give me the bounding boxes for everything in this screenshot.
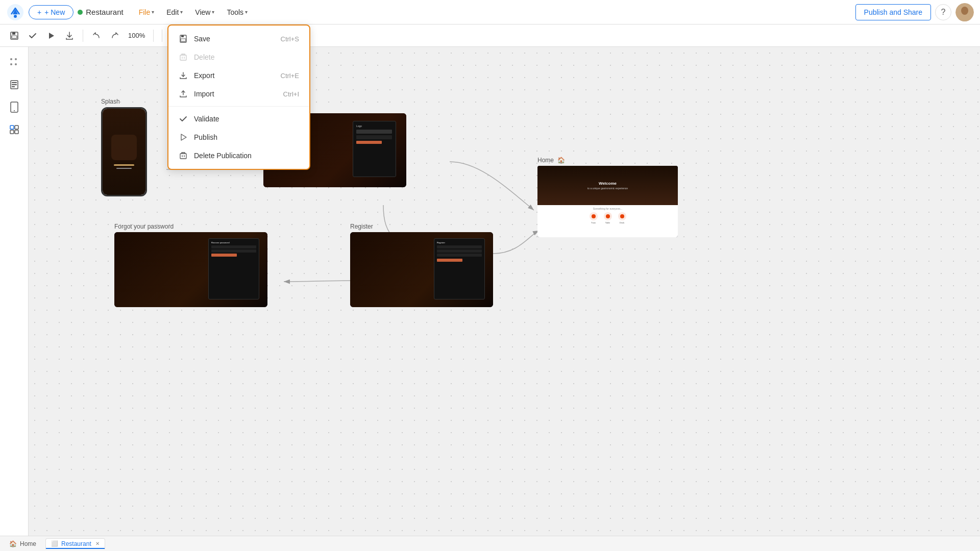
grid-panel-button[interactable] — [5, 53, 23, 71]
svg-rect-14 — [10, 126, 14, 129]
frame-splash[interactable]: Splash — [101, 98, 147, 196]
svg-rect-11 — [12, 86, 15, 87]
tab-restaurant[interactable]: ⬜ Restaurant ✕ — [45, 538, 105, 549]
svg-rect-21 — [181, 39, 186, 41]
svg-rect-7 — [12, 36, 17, 38]
nav-tools[interactable]: Tools ▾ — [222, 5, 253, 19]
new-label: + New — [44, 8, 65, 16]
menu-delete-publication[interactable]: Delete Publication — [168, 146, 309, 165]
export-icon — [179, 71, 188, 80]
project-name: Restaurant — [78, 8, 123, 16]
svg-rect-22 — [180, 55, 186, 60]
svg-rect-16 — [10, 130, 14, 134]
menu-import[interactable]: Import Ctrl+I — [168, 85, 309, 103]
mobile-panel-button[interactable] — [5, 98, 23, 116]
home-tab-label: Home — [20, 540, 36, 547]
svg-rect-10 — [12, 84, 17, 85]
tab-active-indicator — [46, 548, 105, 549]
plus-icon: + — [37, 8, 41, 16]
svg-point-1 — [14, 15, 17, 18]
svg-rect-6 — [12, 32, 15, 35]
avatar[interactable] — [955, 3, 974, 21]
frame-register-label: Register — [350, 223, 493, 230]
app-logo[interactable] — [6, 3, 24, 21]
menu-divider-1 — [168, 106, 309, 107]
components-panel-button[interactable] — [5, 120, 23, 139]
frame-forgot-label: Forgot your password — [114, 223, 267, 230]
save-label: Save — [194, 35, 210, 43]
save-icon — [179, 34, 188, 43]
check-tool-button[interactable] — [24, 28, 41, 44]
delete-publication-label: Delete Publication — [194, 152, 252, 160]
export-label: Export — [194, 71, 214, 80]
restaurant-tab-label: Restaurant — [61, 540, 91, 547]
menu-delete: Delete — [168, 48, 309, 66]
file-dropdown-menu: Save Ctrl+S Delete Export Ctrl+E — [167, 24, 310, 170]
topbar: + + New Restaurant File ▾ Edit ▾ View ▾ … — [0, 0, 980, 24]
tab-home[interactable]: 🏠 Home — [4, 539, 41, 549]
svg-rect-25 — [180, 154, 186, 159]
svg-rect-20 — [181, 35, 184, 37]
publish-share-button[interactable]: Publish and Share — [855, 4, 931, 20]
chevron-down-icon: ▾ — [212, 9, 214, 15]
home-icon: 🏠 — [557, 157, 565, 164]
svg-rect-9 — [12, 82, 17, 83]
svg-rect-15 — [15, 126, 18, 129]
import-shortcut: Ctrl+I — [283, 90, 299, 98]
delete-pub-icon — [179, 151, 188, 160]
undo-button[interactable] — [88, 28, 105, 44]
import-label: Import — [194, 90, 214, 98]
export-shortcut: Ctrl+E — [281, 72, 299, 80]
frame-home[interactable]: Home 🏠 Welcome to a unique gastronomic e… — [537, 157, 678, 237]
frame-home-label: Home — [537, 157, 554, 164]
menu-export[interactable]: Export Ctrl+E — [168, 66, 309, 85]
menu-validate[interactable]: Validate — [168, 110, 309, 128]
nav-edit[interactable]: Edit ▾ — [161, 5, 188, 19]
redo-button[interactable] — [107, 28, 123, 44]
save-shortcut: Ctrl+S — [281, 35, 299, 43]
svg-rect-17 — [15, 130, 18, 134]
validate-label: Validate — [194, 115, 219, 123]
publish-play-icon — [179, 133, 188, 142]
zoom-level[interactable]: 100% — [125, 32, 148, 39]
delete-label: Delete — [194, 53, 214, 61]
svg-point-3 — [961, 7, 968, 15]
menu-save[interactable]: Save Ctrl+S — [168, 30, 309, 48]
nav-view[interactable]: View ▾ — [190, 5, 219, 19]
svg-point-13 — [14, 110, 15, 111]
frame-forgot[interactable]: Forgot your password Recover password — [114, 223, 267, 307]
nav-file[interactable]: File ▾ — [134, 5, 160, 19]
menu-publish[interactable]: Publish — [168, 128, 309, 146]
import-icon — [179, 89, 188, 98]
chevron-down-icon: ▾ — [152, 9, 154, 15]
chevron-down-icon: ▾ — [245, 9, 248, 15]
nav-menu: File ▾ Edit ▾ View ▾ Tools ▾ — [134, 5, 253, 19]
export-tool-button[interactable] — [61, 28, 78, 44]
new-button[interactable]: + + New — [29, 5, 74, 19]
chevron-down-icon: ▾ — [180, 9, 183, 15]
save-tool-button[interactable] — [6, 28, 22, 44]
validate-icon — [179, 114, 188, 123]
bottom-tab-bar: 🏠 Home ⬜ Restaurant ✕ — [0, 536, 980, 551]
frame-splash-label: Splash — [101, 98, 147, 105]
home-tab-icon: 🏠 — [9, 540, 17, 547]
help-button[interactable]: ? — [935, 4, 951, 20]
left-panel — [0, 47, 29, 536]
pages-panel-button[interactable] — [5, 76, 23, 94]
tab-close-button[interactable]: ✕ — [95, 541, 100, 546]
toolbar: 100% ✓ Web ✓ Mobile — [0, 24, 980, 47]
play-tool-button[interactable] — [43, 28, 59, 44]
page-tab-icon: ⬜ — [51, 540, 58, 547]
frame-register[interactable]: Register Register — [350, 223, 493, 307]
status-dot — [78, 10, 83, 15]
delete-icon — [179, 53, 188, 62]
publish-label: Publish — [194, 133, 217, 141]
